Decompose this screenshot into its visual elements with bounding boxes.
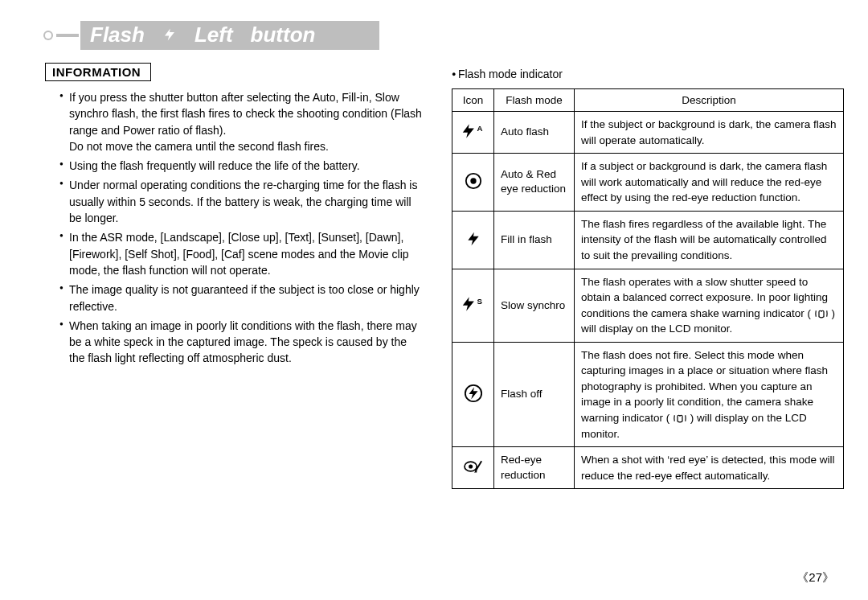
title-word-left: Left (194, 24, 233, 45)
table-row: Flash off The flash does not fire. Selec… (452, 342, 844, 446)
shake-icon (814, 308, 829, 319)
title-word-button: button (251, 24, 316, 45)
info-text: In the ASR mode, [Landscape], [Close up]… (69, 231, 409, 277)
cell-mode: Auto flash (494, 112, 575, 154)
eye-brush-icon (463, 466, 484, 478)
table-header-row: Icon Flash mode Description (452, 89, 844, 112)
cell-desc: The flash operates with a slow shutter s… (575, 269, 844, 342)
information-column: INFORMATION If you press the shutter but… (45, 63, 423, 489)
table-row: Fill in flash The flash fires regardless… (452, 211, 844, 269)
th-desc: Description (575, 89, 844, 112)
table-row: Red-eye reduction When a shot with ‘red … (452, 447, 844, 489)
cell-desc: The flash fires regardless of the availa… (575, 211, 844, 269)
cell-desc: If the subject or background is dark, th… (575, 112, 844, 154)
line-decor (56, 34, 79, 37)
cell-mode: Red-eye reduction (494, 447, 575, 489)
info-item: Under normal operating conditions the re… (59, 177, 423, 226)
info-subtext: Do not move the camera until the second … (69, 138, 423, 154)
cell-icon (452, 447, 494, 489)
flash-icon (162, 25, 177, 44)
flash-table-column: Flash mode indicator Icon Flash mode Des… (447, 63, 839, 489)
table-caption: Flash mode indicator (452, 68, 839, 80)
cell-icon (452, 112, 494, 154)
table-row: Slow synchro The flash operates with a s… (452, 269, 844, 342)
manual-page: Flash Left button INFORMATION If you pre… (0, 0, 868, 600)
desc-pre: The flash operates with a slow shutter s… (581, 276, 828, 319)
cell-icon (452, 342, 494, 446)
info-item: Using the flash frequently will reduce t… (59, 158, 423, 174)
cell-desc: The flash does not fire. Select this mod… (575, 342, 844, 446)
info-item: The image quality is not guaranteed if t… (59, 282, 423, 314)
cell-desc: If a subject or background is dark, the … (575, 154, 844, 212)
cell-desc: When a shot with ‘red eye’ is detected, … (575, 447, 844, 489)
th-icon: Icon (452, 89, 494, 112)
info-item: In the ASR mode, [Landscape], [Close up]… (59, 229, 423, 278)
cell-mode: Slow synchro (494, 269, 575, 342)
bullet-decor (45, 32, 51, 39)
table-row: Auto & Red eye reduction If a subject or… (452, 154, 844, 212)
info-text: When taking an image in poorly lit condi… (69, 319, 417, 365)
info-item: When taking an image in poorly lit condi… (59, 318, 423, 367)
page-title: Flash Left button (80, 21, 379, 50)
table-row: Auto flash If the subject or background … (452, 112, 844, 154)
flash-slow-icon (461, 303, 485, 315)
title-lead-decor (45, 32, 80, 39)
info-text: Using the flash frequently will reduce t… (69, 159, 360, 172)
info-text: The image quality is not guaranteed if t… (69, 283, 420, 312)
cell-icon (452, 154, 494, 212)
flash-mode-table: Icon Flash mode Description Auto flash I… (452, 88, 844, 489)
page-title-bar: Flash Left button (45, 21, 839, 50)
cell-mode: Fill in flash (494, 211, 575, 269)
flash-icon (465, 239, 481, 251)
cell-mode: Flash off (494, 342, 575, 446)
information-heading: INFORMATION (45, 63, 151, 81)
eye-icon (465, 180, 482, 192)
flash-off-icon (464, 393, 483, 405)
page-number: 《27》 (796, 570, 834, 586)
information-list: If you press the shutter button after se… (45, 89, 423, 367)
title-word-flash: Flash (90, 24, 145, 45)
content-columns: INFORMATION If you press the shutter but… (45, 58, 839, 489)
shake-icon (673, 413, 687, 424)
flash-auto-icon (461, 130, 485, 142)
info-text: Under normal operating conditions the re… (69, 179, 417, 224)
info-text: If you press the shutter button after se… (69, 91, 422, 137)
info-item: If you press the shutter button after se… (59, 89, 423, 154)
th-mode: Flash mode (494, 89, 575, 112)
cell-icon (452, 211, 494, 269)
cell-mode: Auto & Red eye reduction (494, 154, 575, 212)
cell-icon (452, 269, 494, 342)
